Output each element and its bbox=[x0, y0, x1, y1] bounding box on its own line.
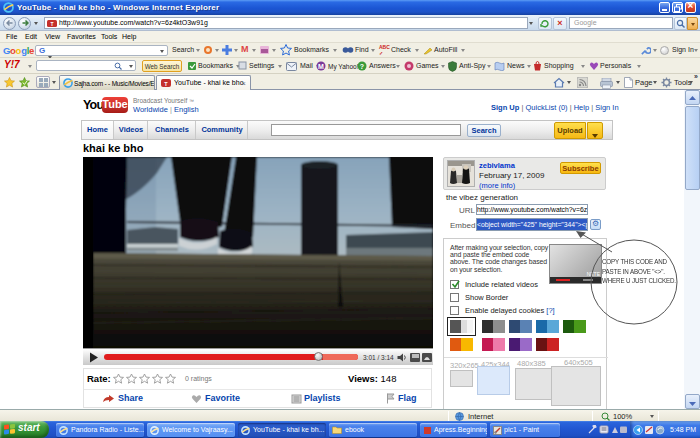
svg-text:?: ? bbox=[360, 63, 364, 70]
svg-text:M: M bbox=[318, 63, 324, 70]
svg-text:T: T bbox=[50, 20, 53, 26]
